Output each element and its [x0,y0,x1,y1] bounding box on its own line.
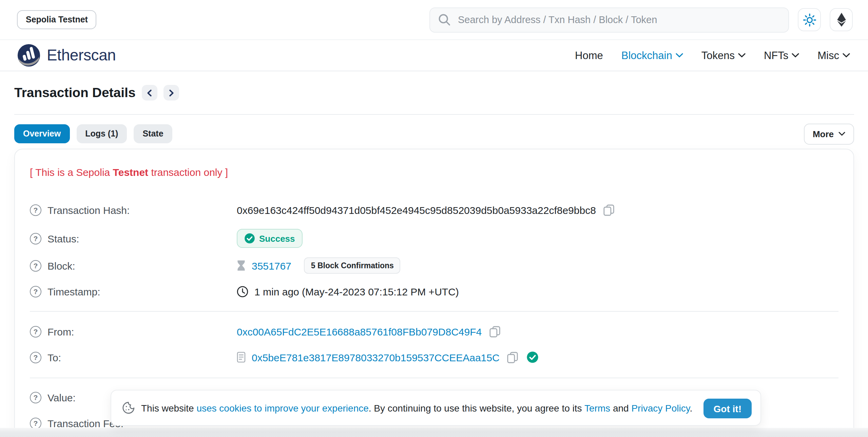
tab-state[interactable]: State [134,124,172,143]
chevron-left-icon [147,89,153,96]
check-circle-icon [244,233,255,244]
row-value: Success [237,229,303,248]
nav-item-home[interactable]: Home [575,49,603,61]
divider [30,378,838,378]
terms-link[interactable]: Terms [584,402,610,413]
row-label: ? Timestamp: [30,286,237,297]
tab-overview[interactable]: Overview [14,124,70,143]
cookie-text-end: . [690,402,693,413]
help-icon[interactable]: ? [30,233,41,244]
help-icon[interactable]: ? [30,326,41,337]
block-number-link[interactable]: 3551767 [252,260,291,271]
cookie-consent-banner: This website uses cookies to improve you… [111,390,761,426]
row-timestamp: ? Timestamp: 1 min ago (May-24-2023 07:1… [30,283,838,300]
chevron-down-icon [676,53,683,58]
chevron-down-icon [792,53,799,58]
transaction-hash-label: Transaction Hash: [47,204,130,216]
block-confirmations-badge: 5 Block Confirmations [304,257,401,274]
help-icon[interactable]: ? [30,417,41,429]
privacy-policy-link[interactable]: Privacy Policy [631,402,690,413]
tabs-row: Overview Logs (1) State More [14,124,854,144]
etherscan-transaction-page: Sepolia Testnet [0,0,868,437]
nav-item-nfts[interactable]: NFTs [764,49,799,61]
more-dropdown-button[interactable]: More [804,123,854,144]
bottom-fade-strip [0,428,868,437]
row-transaction-hash: ? Transaction Hash: 0x69e163c424ff50d943… [30,201,838,219]
to-address-link[interactable]: 0x5beE781e3817E8978033270b159537CCEEAaa1… [252,351,500,363]
chevron-down-icon [738,53,746,58]
copy-icon [603,204,615,216]
search-icon [438,14,450,26]
row-value: 0xc00A65FdC2E5E16688a85761f08FBb079D8C49… [237,326,501,337]
from-label: From: [47,326,74,337]
contract-icon [237,352,246,363]
divider [30,311,838,312]
cookie-banner-text: This website uses cookies to improve you… [141,402,692,413]
copy-from-address-button[interactable] [489,326,501,337]
copy-icon [507,351,519,363]
network-selector-button[interactable]: Sepolia Testnet [17,10,97,29]
row-label: ? Status: [30,233,237,244]
row-block: ? Block: 3551767 5 Block Confirmations [30,257,838,274]
theme-toggle-button[interactable] [798,8,821,31]
brand-logo[interactable]: Etherscan [17,43,116,67]
search-box[interactable] [429,7,789,32]
chevron-down-icon [838,132,845,136]
status-badge: Success [237,229,303,248]
nav-item-misc[interactable]: Misc [817,49,850,61]
help-icon[interactable]: ? [30,286,41,297]
got-it-button[interactable]: Got it! [703,399,752,418]
nav-item-tokens[interactable]: Tokens [701,49,746,61]
transaction-hash-value: 0x69e163c424ff50d94371d05bf452e4945c95d8… [237,204,596,216]
row-status: ? Status: Success [30,230,838,247]
copy-transaction-hash-button[interactable] [603,204,615,216]
brand-name: Etherscan [47,46,116,65]
row-value: 0x69e163c424ff50d94371d05bf452e4945c95d8… [237,204,615,216]
clock-icon [237,286,248,297]
cookie-text-before: This website [141,402,196,413]
search-input[interactable] [457,14,780,26]
topbar-right-group [429,7,853,32]
row-value: 0x5beE781e3817E8978033270b159537CCEEAaa1… [237,351,539,363]
row-value: 3551767 5 Block Confirmations [237,257,401,274]
nav-label: Misc [817,49,839,61]
row-value: 1 min ago (May-24-2023 07:15:12 PM +UTC) [237,286,459,297]
testnet-notice-suffix: transaction only ] [148,166,228,178]
testnet-notice-prefix: [ This is a Sepolia [30,166,113,178]
more-label: More [813,129,834,139]
page-title: Transaction Details [14,85,136,101]
help-icon[interactable]: ? [30,204,41,216]
row-label: ? Transaction Hash: [30,204,237,216]
tab-logs[interactable]: Logs (1) [76,124,127,143]
copy-to-address-button[interactable] [507,351,519,363]
nav-item-blockchain[interactable]: Blockchain [621,49,683,61]
cookies-policy-link[interactable]: uses cookies to improve your experience [196,402,368,413]
from-address-link[interactable]: 0xc00A65FdC2E5E16688a85761f08FBb079D8C49… [237,326,482,337]
network-ethereum-button[interactable] [830,8,853,31]
nav-label: Tokens [701,49,735,61]
timestamp-value: 1 min ago (May-24-2023 07:15:12 PM +UTC) [254,286,459,297]
help-icon[interactable]: ? [30,351,41,363]
row-label: ? To: [30,351,237,363]
copy-icon [489,326,501,337]
to-label: To: [47,351,61,363]
cookie-icon [122,401,135,414]
cookie-text-and: and [610,402,631,413]
next-transaction-button[interactable] [163,85,179,101]
help-icon[interactable]: ? [30,260,41,271]
value-label: Value: [47,392,76,403]
previous-transaction-button[interactable] [142,85,157,101]
status-label: Status: [47,233,79,244]
row-label: ? Block: [30,260,237,271]
nav-label: Home [575,49,603,61]
hourglass-icon [237,260,246,271]
chevron-right-icon [168,89,174,96]
row-from: ? From: 0xc00A65FdC2E5E16688a85761f08FBb… [30,323,838,340]
main-header: Etherscan Home Blockchain Tokens NFTs [0,40,868,71]
row-to: ? To: 0x5beE781e3817E8978033270b159537CC… [30,348,838,366]
testnet-notice-emphasis: Testnet [113,166,148,178]
nav-label: Blockchain [621,49,672,61]
sun-icon [803,13,816,26]
testnet-notice: [ This is a Sepolia Testnet transaction … [30,166,228,178]
help-icon[interactable]: ? [30,392,41,403]
